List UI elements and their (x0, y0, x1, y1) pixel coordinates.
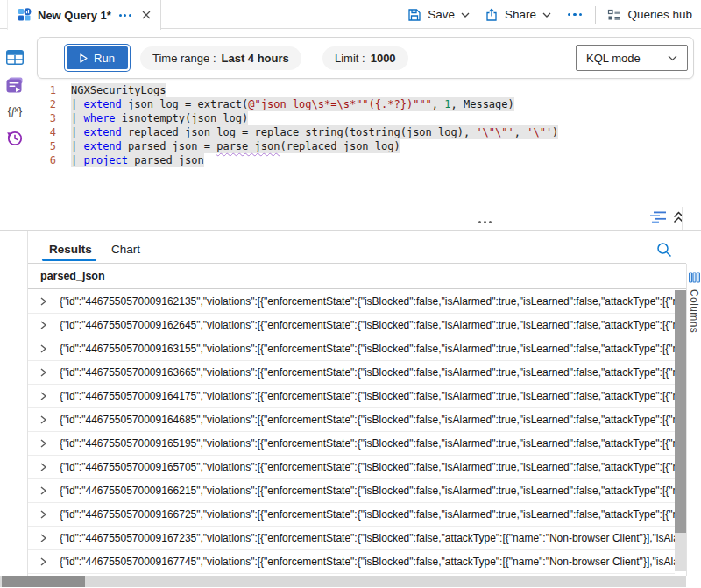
kql-mode-select[interactable]: KQL mode (576, 45, 688, 71)
search-icon[interactable] (655, 240, 674, 263)
row-expand-icon[interactable] (39, 439, 47, 448)
row-expand-icon[interactable] (39, 534, 47, 542)
pane-divider (0, 230, 701, 231)
column-header-parsed-json[interactable]: parsed_json (28, 264, 686, 289)
time-range-pill[interactable]: Time range : Last 4 hours (140, 46, 301, 70)
row-json-text: {"id":"4467550570009166725","violations"… (60, 508, 675, 521)
code-text: NGXSecurityLogs (71, 83, 166, 97)
results-row[interactable]: {"id":"4467550570009162645","violations"… (28, 314, 675, 337)
columns-icon (689, 272, 700, 283)
collapse-editor-icon[interactable] (673, 211, 684, 223)
code-text: | extend parsed_json = parse_json(replac… (71, 139, 400, 153)
save-label: Save (428, 8, 455, 21)
share-icon (485, 8, 499, 22)
results-row[interactable]: {"id":"4467550570009165195","violations"… (28, 432, 675, 456)
line-number: 5 (0, 139, 56, 153)
row-expand-icon[interactable] (39, 297, 47, 306)
results-row[interactable]: {"id":"4467550570009163665","violations"… (28, 361, 675, 385)
code-text: | extend json_log = extract(@"json_log\s… (71, 97, 514, 111)
line-number: 6 (0, 153, 56, 167)
results-row[interactable]: {"id":"4467550570009166725","violations"… (28, 503, 675, 527)
vertical-scrollbar[interactable] (675, 290, 686, 571)
horizontal-scrollbar-thumb[interactable] (2, 576, 85, 587)
row-expand-icon[interactable] (39, 415, 47, 424)
play-icon (80, 53, 88, 63)
limit-pill[interactable]: Limit : 1000 (322, 46, 408, 70)
code-text: | extend replaced_json_log = replace_str… (71, 125, 558, 139)
results-row[interactable]: {"id":"4467550570009166215","violations"… (28, 479, 675, 503)
queries-hub-label: Queries hub (627, 8, 692, 21)
row-expand-icon[interactable] (39, 368, 47, 377)
time-range-value: Last 4 hours (222, 52, 289, 65)
row-json-text: {"id":"4467550570009164685","violations"… (60, 414, 675, 426)
row-json-text: {"id":"4467550570009163665","violations"… (60, 366, 675, 379)
results-row[interactable]: {"id":"4467550570009162135","violations"… (28, 290, 675, 314)
filter-lines-icon[interactable] (650, 211, 669, 223)
row-json-text: {"id":"4467550570009167235","violations"… (60, 532, 675, 544)
save-icon (407, 8, 421, 22)
query-editor[interactable]: 1NGXSecurityLogs2| extend json_log = ext… (0, 83, 676, 208)
code-line: 5| extend parsed_json = parse_json(repla… (0, 139, 676, 153)
line-number: 3 (0, 111, 56, 125)
row-expand-icon[interactable] (39, 510, 47, 519)
row-expand-icon[interactable] (39, 321, 47, 329)
code-line: 6| project parsed_json (0, 153, 676, 167)
active-tab-underline (42, 259, 96, 261)
more-commands-button[interactable] (563, 13, 588, 17)
code-text: | project parsed_json (71, 153, 204, 167)
results-row[interactable]: {"id":"4467550570009167745","violations"… (28, 550, 675, 574)
row-json-text: {"id":"4467550570009163155","violations"… (60, 343, 675, 355)
columns-panel-tab[interactable]: Columns (686, 264, 701, 576)
line-number: 1 (0, 83, 56, 97)
queries-hub-button[interactable]: Queries hub (604, 8, 696, 22)
line-number: 4 (0, 125, 56, 139)
chevron-down-icon (461, 12, 470, 18)
code-line: 2| extend json_log = extract(@"json_log\… (0, 97, 676, 111)
toolbar-divider (595, 6, 596, 24)
row-expand-icon[interactable] (39, 344, 47, 353)
top-actions: Save Share (404, 0, 696, 29)
queries-hub-icon (607, 8, 621, 22)
results-row[interactable]: {"id":"4467550570009165705","violations"… (28, 456, 675, 479)
code-line: 4| extend replaced_json_log = replace_st… (0, 125, 676, 139)
limit-label: Limit : (335, 52, 365, 65)
row-expand-icon[interactable] (39, 392, 47, 400)
tab-results[interactable]: Results (49, 243, 92, 256)
share-button[interactable]: Share (481, 8, 555, 22)
tab-close-icon[interactable] (142, 11, 151, 19)
row-json-text: {"id":"4467550570009167745","violations"… (60, 556, 675, 568)
row-expand-icon[interactable] (39, 463, 47, 471)
code-line: 3| where isnotempty(json_log) (0, 111, 676, 125)
row-expand-icon[interactable] (39, 557, 47, 566)
row-json-text: {"id":"4467550570009165705","violations"… (60, 461, 675, 473)
pane-splitter-handle[interactable] (476, 218, 494, 226)
horizontal-scrollbar[interactable] (0, 576, 686, 587)
row-expand-icon[interactable] (39, 486, 47, 495)
line-number: 2 (0, 97, 56, 111)
chevron-down-icon (668, 55, 677, 61)
time-range-label: Time range : (152, 52, 216, 65)
sidebar-tables-icon[interactable] (6, 50, 24, 65)
query-toolbar: Run Time range : Last 4 hours Limit : 10… (37, 37, 694, 79)
results-row[interactable]: {"id":"4467550570009167235","violations"… (28, 527, 675, 550)
save-button[interactable]: Save (404, 8, 473, 22)
run-button[interactable]: Run (65, 45, 130, 71)
tab-chart[interactable]: Chart (111, 243, 140, 256)
row-json-text: {"id":"4467550570009164175","violations"… (60, 390, 675, 402)
tab-more-icon[interactable] (117, 14, 133, 17)
editor-actions (650, 211, 684, 223)
results-grid: {"id":"4467550570009162135","violations"… (28, 290, 675, 574)
column-header-label: parsed_json (40, 270, 105, 282)
code-text: | where isnotempty(json_log) (71, 111, 248, 125)
tab-title: New Query 1* (38, 9, 111, 22)
kql-mode-value: KQL mode (586, 52, 641, 65)
code-line: 1NGXSecurityLogs (0, 83, 676, 97)
query-workspace: New Query 1* Save (0, 0, 701, 588)
adx-query-icon (18, 8, 32, 22)
results-row[interactable]: {"id":"4467550570009163155","violations"… (28, 337, 675, 361)
vertical-scrollbar-thumb[interactable] (675, 290, 686, 533)
results-row[interactable]: {"id":"4467550570009164175","violations"… (28, 385, 675, 408)
results-row[interactable]: {"id":"4467550570009164685","violations"… (28, 408, 675, 432)
row-json-text: {"id":"4467550570009162135","violations"… (60, 295, 675, 308)
query-tab[interactable]: New Query 1* (7, 0, 161, 30)
